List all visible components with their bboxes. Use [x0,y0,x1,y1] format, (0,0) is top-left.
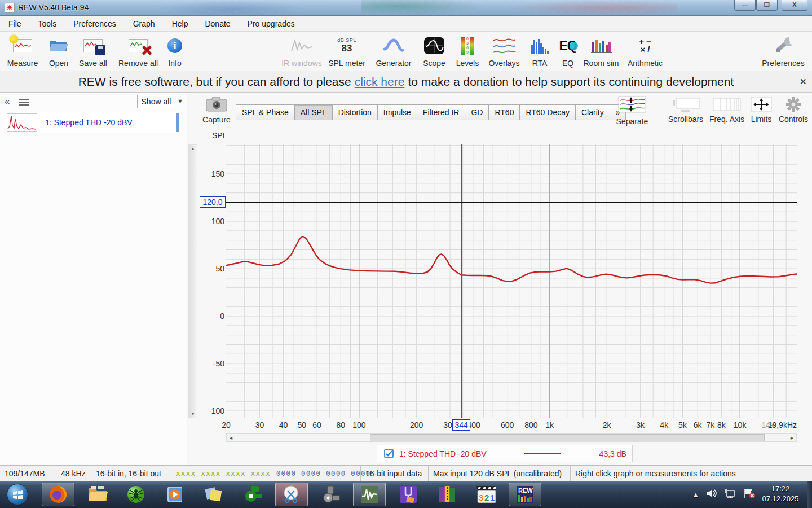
info-icon: i [167,38,182,53]
y-axis-title: SPL [212,131,227,140]
close-button[interactable]: X [782,0,807,11]
main-toolbar: Measure Open Save all Remove all i Info … [0,32,812,71]
menu-graph[interactable]: Graph [125,16,164,32]
tab-rt60-decay[interactable]: RT60 Decay [520,104,576,120]
tuner-icon[interactable] [399,485,418,504]
speaker-icon[interactable] [706,488,717,501]
menu-pro-upgrades[interactable]: Pro upgrades [239,16,303,32]
tab-gd[interactable]: GD [465,104,489,120]
status-sample-rate: 48 kHz [56,466,91,481]
clock-date: 07.12.2025 [757,494,804,504]
show-desktop-button[interactable] [807,481,812,508]
chevron-down-icon[interactable]: ▼ [177,98,183,104]
tab-rt60[interactable]: RT60 [489,104,520,120]
scroll-up-icon[interactable]: ▲ [189,146,197,151]
menu-file[interactable]: File [0,16,30,32]
status-bit-pattern: xxxx xxxx xxxx xxxx 0000 0000 0000 0000 [171,466,361,481]
trace-visible-checkbox[interactable] [384,449,394,458]
x-tick-label: 100 [343,421,375,430]
start-button[interactable] [7,484,28,505]
clamp-tool-icon[interactable] [321,485,340,504]
firefox-icon[interactable] [48,485,68,504]
snipping-tool-icon[interactable] [282,485,301,504]
arithmetic-icon: + −× / [639,38,651,54]
controls-button[interactable]: Controls [777,96,810,124]
hidden-icons-chevron[interactable]: ▲ [692,491,699,499]
limits-button[interactable]: Limits [748,96,775,124]
audio-editor-icon[interactable] [360,485,379,504]
info-button[interactable]: i Info [148,33,202,68]
measurement-label: 1: Stepped THD -20 dBV [45,118,133,127]
scroll-right-icon[interactable]: ► [789,435,795,441]
separate-button[interactable]: Separate [614,96,650,126]
graph-tabs: SPL & Phase All SPL Distortion Impulse F… [236,104,626,120]
clock-time: 17:22 [757,484,804,494]
arithmetic-button[interactable]: + −× / Arithmetic [618,33,672,68]
measurement-menu-icon[interactable] [19,99,29,107]
spl-meter-button[interactable]: dB SPL 83 SPL meter [320,33,374,68]
window-title: REW V5.40 Beta 94 [18,3,89,12]
freq-axis-button[interactable]: Freq. Axis [707,96,747,124]
tab-distortion[interactable]: Distortion [333,104,378,120]
spl-chart[interactable] [226,144,797,418]
network-icon[interactable] [724,488,736,501]
tracker-tool-icon[interactable] [243,485,262,504]
save-all-icon [83,39,103,52]
sticky-notes-icon[interactable] [204,485,223,504]
menu-donate[interactable]: Donate [196,16,239,32]
tab-impulse[interactable]: Impulse [378,104,417,120]
svg-text:9: 9 [466,50,469,54]
banner-close-icon[interactable]: ✕ [800,77,807,87]
scrollbars-button[interactable]: Scrollbars [665,96,706,124]
vertical-scrollbar[interactable]: ▲ ▼ [188,144,197,418]
limits-icon [748,96,775,113]
winrar-icon[interactable] [438,485,457,504]
taskbar-clock[interactable]: 17:22 07.12.2025 [757,484,804,504]
status-input-data: 16-bit input data [361,466,429,481]
restore-button[interactable]: ❐ [756,0,778,11]
y-tick-label: -100 [201,406,224,415]
tab-spl-phase[interactable]: SPL & Phase [236,104,295,120]
rew-icon-label: REW [518,487,533,494]
spider-player-icon[interactable] [126,485,145,504]
x-tick-label: 1k [534,421,566,430]
donation-link[interactable]: click here [355,75,405,89]
status-bar: 109/147MB 48 kHz 16-bit in, 16-bit out x… [0,465,812,481]
media-player-icon[interactable] [165,485,184,504]
status-memory: 109/147MB [0,466,56,481]
camera-icon [201,96,232,114]
action-center-flag-icon[interactable] [743,488,756,501]
horizontal-scrollbar[interactable]: ◄ ► [226,433,797,442]
menu-help[interactable]: Help [164,16,197,32]
show-all-dropdown[interactable]: Show all [137,95,175,108]
media-player-classic-icon[interactable]: 321 [476,485,496,504]
collapse-panel-icon[interactable]: « [5,96,10,107]
menu-tools[interactable]: Tools [30,16,65,32]
minimize-button[interactable]: — [734,0,756,11]
legend: 1: Stepped THD -20 dBV 43,3 dB [377,445,633,462]
scrollbar-thumb[interactable] [370,434,765,441]
svg-text:1: 1 [490,493,495,502]
system-tray: ▲ [692,481,756,508]
preferences-button[interactable]: Preferences [756,33,810,68]
legend-trace-label[interactable]: 1: Stepped THD -20 dBV [399,449,487,458]
measurement-list-item[interactable]: 1: Stepped THD -20 dBV [5,112,180,133]
tab-clarity[interactable]: Clarity [576,104,610,120]
scroll-down-icon[interactable]: ▼ [189,411,197,417]
tab-filtered-ir[interactable]: Filtered IR [417,104,466,120]
scrollbars-icon [665,96,706,113]
x-axis-ticks: 2030405060801002003004006008001k2k3k4k5k… [226,421,797,431]
donation-banner: REW is free software, but if you can aff… [0,71,812,93]
x-tick-label: 19,9kHz [762,421,797,430]
selection-indicator [176,113,179,132]
menu-preferences[interactable]: Preferences [65,16,124,32]
scroll-left-icon[interactable]: ◄ [228,435,233,441]
tab-all-spl[interactable]: All SPL [295,104,333,120]
file-explorer-icon[interactable] [87,485,107,504]
gear-icon [777,96,810,113]
capture-button[interactable]: Capture [201,96,232,124]
taskbar: 321 REW ▲ 17:22 07.12.2025 [0,481,812,508]
status-max-input: Max input 120 dB SPL (uncalibrated) [429,466,571,481]
rew-taskbar-icon[interactable]: REW [515,485,535,504]
spl-meter-icon: dB SPL 83 [337,37,356,54]
